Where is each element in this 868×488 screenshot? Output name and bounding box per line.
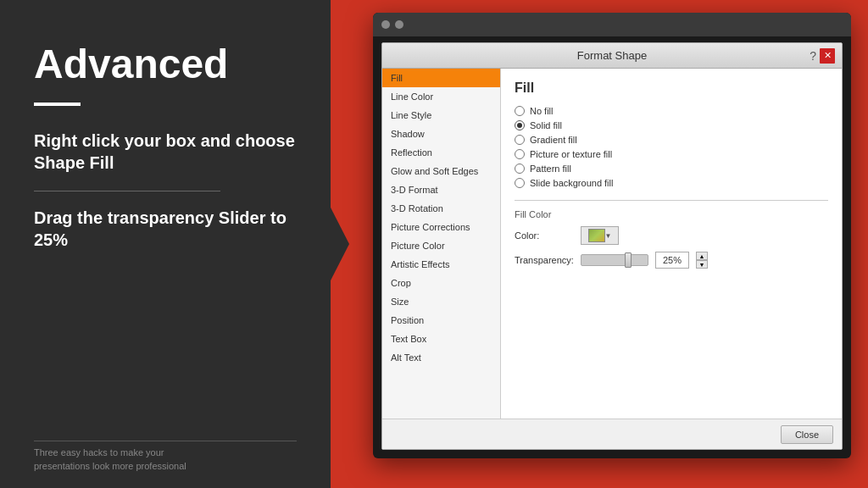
fill-radio-group: No fill Solid fill Gradient fill Pi [515, 106, 828, 188]
fill-section-title: Fill [515, 80, 828, 96]
radio-label-solid-fill: Solid fill [530, 120, 562, 130]
radio-no-fill[interactable]: No fill [515, 106, 828, 116]
sidebar-item-crop[interactable]: Crop [382, 274, 500, 292]
sidebar-item-glow[interactable]: Glow and Soft Edges [382, 162, 500, 180]
radio-circle-no-fill[interactable] [515, 106, 525, 116]
radio-circle-pattern[interactable] [515, 164, 525, 174]
fill-color-title: Fill Color [515, 209, 828, 219]
transparency-slider[interactable] [581, 254, 648, 266]
sidebar-item-reflection[interactable]: Reflection [382, 143, 500, 162]
transparency-row: Transparency: 25% ▲ ▼ [515, 252, 828, 269]
radio-label-slide-bg: Slide background fill [530, 178, 613, 188]
sidebar-item-size[interactable]: Size [382, 292, 500, 311]
window-dot-2 [395, 20, 403, 29]
dialog-help-button[interactable]: ? [810, 49, 816, 63]
radio-circle-solid-fill[interactable] [515, 120, 525, 130]
sidebar-item-position[interactable]: Position [382, 311, 500, 330]
radio-picture-fill[interactable]: Picture or texture fill [515, 149, 828, 159]
color-picker[interactable]: ▼ [581, 226, 619, 245]
instruction-divider [34, 191, 220, 191]
format-shape-dialog: Format Shape ? ✕ Fill Line Color Line St… [381, 42, 843, 450]
dialog-close-button[interactable]: ✕ [820, 48, 835, 64]
footer-text: Three easy hacks to make yourpresentatio… [34, 446, 186, 473]
title-divider [34, 103, 81, 106]
left-panel: Advanced Right click your box and choose… [0, 0, 331, 488]
sidebar-item-textbox[interactable]: Text Box [382, 330, 500, 348]
color-label: Color: [515, 230, 574, 241]
sidebar-item-line-color[interactable]: Line Color [382, 87, 500, 106]
radio-gradient-fill[interactable]: Gradient fill [515, 135, 828, 145]
sidebar-item-picture-color[interactable]: Picture Color [382, 236, 500, 255]
radio-label-picture: Picture or texture fill [530, 149, 612, 159]
right-panel: Format Shape ? ✕ Fill Line Color Line St… [331, 0, 868, 488]
arrow-shape [330, 206, 349, 282]
sidebar-item-3d-format[interactable]: 3-D Format [382, 180, 500, 199]
footer-divider [34, 441, 297, 441]
radio-pattern-fill[interactable]: Pattern fill [515, 164, 828, 174]
instruction-1: Right click your box and choose Shape Fi… [34, 130, 297, 174]
footer-close-button[interactable]: Close [781, 425, 833, 444]
radio-circle-picture[interactable] [515, 149, 525, 159]
slider-thumb[interactable] [625, 252, 632, 268]
color-row: Color: ▼ [515, 226, 828, 245]
dialog-title: Format Shape [577, 49, 647, 62]
dialog-content: Fill Line Color Line Style Shadow Reflec… [382, 69, 842, 419]
fill-color-section: Fill Color Color: ▼ Transparency: [515, 200, 828, 269]
radio-label-no-fill: No fill [530, 106, 554, 116]
page-title: Advanced [34, 42, 297, 87]
color-swatch [588, 229, 605, 242]
sidebar-item-shadow[interactable]: Shadow [382, 125, 500, 143]
sidebar-item-alttext[interactable]: Alt Text [382, 348, 500, 367]
dialog-footer: Close [382, 419, 842, 449]
dialog-titlebar: Format Shape ? ✕ [382, 43, 842, 69]
radio-circle-gradient[interactable] [515, 135, 525, 145]
spinner-down[interactable]: ▼ [696, 260, 708, 269]
radio-slide-bg-fill[interactable]: Slide background fill [515, 178, 828, 188]
window-container: Format Shape ? ✕ Fill Line Color Line St… [373, 13, 851, 458]
transparency-label: Transparency: [515, 255, 574, 265]
dialog-main-fill: Fill No fill Solid fill Gradient fil [501, 69, 842, 419]
spinner-up[interactable]: ▲ [696, 252, 708, 260]
radio-label-pattern: Pattern fill [530, 164, 571, 174]
window-titlebar [373, 13, 851, 36]
sidebar-item-line-style[interactable]: Line Style [382, 106, 500, 125]
radio-solid-fill[interactable]: Solid fill [515, 120, 828, 130]
sidebar-item-3d-rotation[interactable]: 3-D Rotation [382, 199, 500, 218]
sidebar-item-picture-corrections[interactable]: Picture Corrections [382, 218, 500, 236]
color-dropdown-arrow[interactable]: ▼ [605, 232, 612, 240]
radio-label-gradient: Gradient fill [530, 135, 577, 145]
transparency-spinner[interactable]: ▲ ▼ [696, 252, 708, 269]
window-dot-1 [381, 20, 390, 29]
instruction-2: Drag the transparency Slider to 25% [34, 207, 297, 251]
transparency-value[interactable]: 25% [655, 252, 689, 269]
sidebar-item-artistic[interactable]: Artistic Effects [382, 255, 500, 274]
sidebar-item-fill[interactable]: Fill [382, 69, 500, 87]
dialog-sidebar: Fill Line Color Line Style Shadow Reflec… [382, 69, 501, 419]
radio-circle-slide-bg[interactable] [515, 178, 525, 188]
